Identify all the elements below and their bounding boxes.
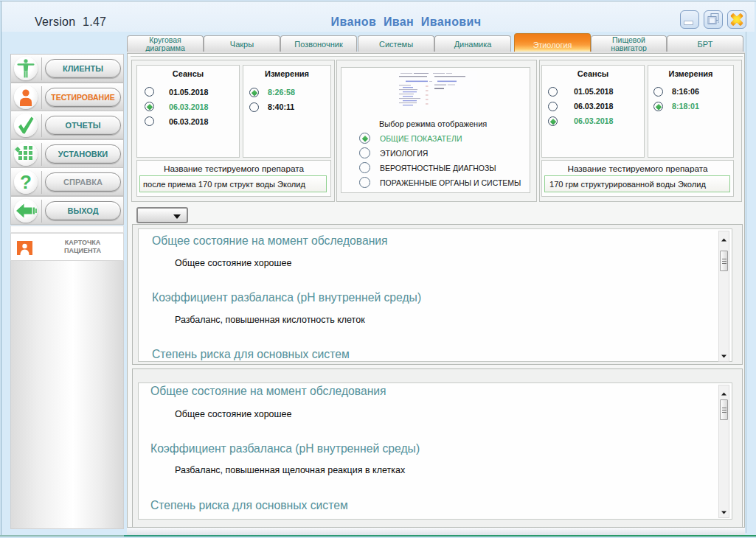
- svg-text:?: ?: [20, 171, 32, 193]
